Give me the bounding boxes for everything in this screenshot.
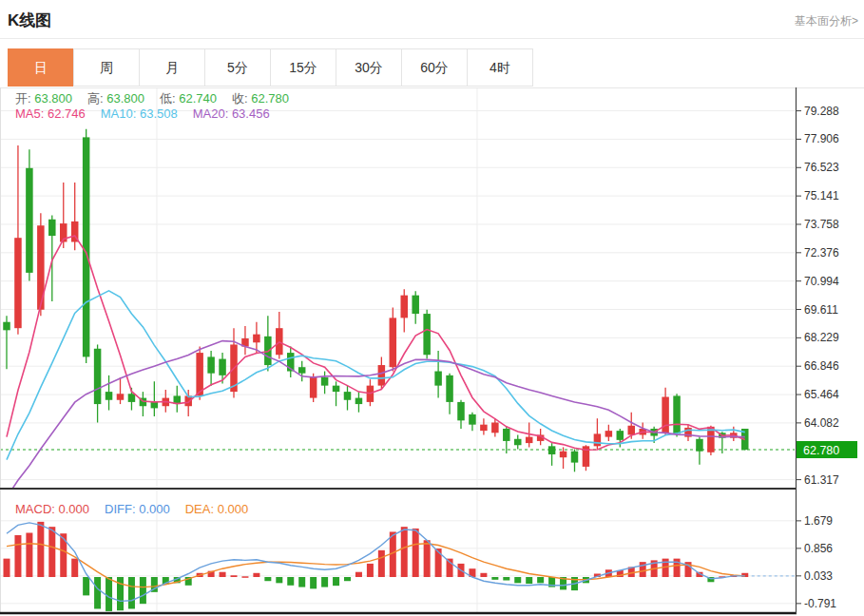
macd-bar xyxy=(344,577,351,581)
candle-body xyxy=(94,349,102,404)
axis-tick-label: 79.288 xyxy=(804,105,839,118)
tab-month[interactable]: 月 xyxy=(139,48,205,87)
current-price-badge: 62.780 xyxy=(797,441,857,458)
candle-body xyxy=(253,335,260,343)
axis-tick-label: 61.317 xyxy=(804,473,839,487)
macd-bar xyxy=(321,577,328,587)
axis-tick-label: 0.856 xyxy=(804,542,833,555)
macd-bar xyxy=(14,535,21,577)
macd-bar xyxy=(537,577,544,583)
macd-bar xyxy=(333,577,339,586)
candle-body xyxy=(412,296,419,314)
macd-bar xyxy=(310,577,317,588)
macd-bar xyxy=(140,577,146,604)
macd-bar xyxy=(401,527,408,577)
candle-body xyxy=(548,446,556,454)
candle-body xyxy=(390,318,397,367)
candle-body xyxy=(480,425,488,431)
candle-body xyxy=(469,414,476,425)
candle-body xyxy=(503,429,510,441)
candle-body xyxy=(605,431,613,436)
tab-week[interactable]: 周 xyxy=(73,48,140,87)
axis-tick-label: 68.229 xyxy=(804,331,839,344)
macd-bar xyxy=(4,559,10,577)
tab-15min[interactable]: 15分 xyxy=(270,48,336,87)
macd-bar xyxy=(424,540,431,577)
macd-bar xyxy=(378,550,385,577)
macd-bar xyxy=(231,575,238,577)
axis-tick-label: -0.791 xyxy=(804,597,836,610)
macd-bar xyxy=(514,577,521,583)
page-header: K线图 基本面分析> xyxy=(0,0,864,39)
tab-5min[interactable]: 5分 xyxy=(204,48,271,87)
ma5-line xyxy=(7,236,745,450)
axis-tick-label: 73.758 xyxy=(804,218,839,231)
candle-body xyxy=(446,375,453,402)
candles-layer xyxy=(3,129,748,472)
axis-tick-label: 0.033 xyxy=(804,569,833,583)
candle-body xyxy=(378,365,386,386)
candle-body xyxy=(321,377,329,386)
candle-body xyxy=(344,392,352,400)
macd-bar xyxy=(413,529,419,577)
macd-bar xyxy=(264,577,271,581)
macd-bar xyxy=(503,577,509,581)
axis-tick-label: 76.523 xyxy=(804,161,839,174)
axis-tick-label: 77.906 xyxy=(804,132,839,145)
macd-bar xyxy=(253,573,259,577)
macd-bar xyxy=(367,564,374,577)
tab-30min[interactable]: 30分 xyxy=(336,48,402,87)
macd-bar xyxy=(491,577,498,580)
candle-body xyxy=(298,367,306,373)
tab-day[interactable]: 日 xyxy=(8,48,74,87)
candle-body xyxy=(526,437,533,443)
candle-body xyxy=(106,392,113,400)
macd-bar xyxy=(37,522,44,577)
price-axis: 79.28877.90676.52375.14173.75872.37670.9… xyxy=(797,105,840,610)
macd-bar xyxy=(83,577,89,595)
candle-body xyxy=(333,386,340,392)
axis-tick-label: 75.141 xyxy=(804,189,839,202)
macd-bar xyxy=(220,572,226,577)
macd-bar xyxy=(128,577,135,608)
kline-chart[interactable]: 79.28877.90676.52375.14173.75872.37670.9… xyxy=(0,87,864,616)
candle-body xyxy=(3,322,10,331)
candle-body xyxy=(696,439,703,452)
macd-bar xyxy=(71,559,78,577)
candle-body xyxy=(514,439,522,445)
candle-body xyxy=(355,398,363,404)
tab-60min[interactable]: 60分 xyxy=(401,48,468,87)
candle-body xyxy=(219,359,226,375)
candle-body xyxy=(434,372,442,386)
tab-4hour[interactable]: 4时 xyxy=(467,48,533,87)
candle-body xyxy=(128,394,136,402)
macd-bar xyxy=(106,577,112,611)
candle-body xyxy=(457,402,465,420)
ma20-line xyxy=(7,341,745,498)
chart-area: 79.28877.90676.52375.14173.75872.37670.9… xyxy=(0,87,864,616)
candle-body xyxy=(151,402,159,408)
candle-body xyxy=(117,394,125,399)
macd-bar xyxy=(298,577,305,587)
axis-tick-label: 70.994 xyxy=(804,275,839,288)
candle-body xyxy=(310,377,317,398)
current-price-value: 62.780 xyxy=(803,444,839,457)
macd-bar xyxy=(355,572,362,577)
axis-tick-label: 69.611 xyxy=(804,303,838,317)
candle-body xyxy=(401,296,409,318)
page-title: K线图 xyxy=(8,10,51,31)
candle-body xyxy=(423,314,431,355)
macd-bar xyxy=(526,577,532,584)
candle-body xyxy=(83,137,90,356)
axis-tick-label: 64.082 xyxy=(804,416,839,430)
candle-body xyxy=(628,426,636,435)
macd-bar xyxy=(26,533,32,577)
candle-body xyxy=(26,168,33,273)
axis-tick-label: 1.679 xyxy=(804,514,833,528)
candle-body xyxy=(594,433,602,446)
macd-bar xyxy=(48,527,55,577)
candle-body xyxy=(617,431,624,440)
fundamental-analysis-link[interactable]: 基本面分析> xyxy=(795,13,858,29)
candle-body xyxy=(491,423,499,433)
candle-body xyxy=(48,220,56,236)
